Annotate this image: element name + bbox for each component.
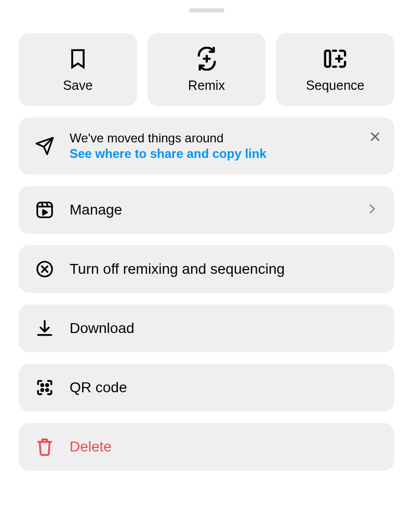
svg-point-14	[46, 384, 48, 386]
download-icon	[34, 318, 55, 339]
download-row[interactable]: Download	[19, 304, 394, 352]
svg-point-13	[41, 384, 43, 386]
remix-icon	[195, 47, 219, 71]
send-icon	[34, 136, 55, 156]
action-sheet: Save Remix	[0, 0, 413, 501]
trash-icon	[34, 436, 55, 457]
info-banner-link[interactable]: See where to share and copy link	[70, 147, 267, 161]
info-banner-title: We've moved things around	[70, 131, 267, 145]
sheet-grabber-wrap	[19, 0, 394, 33]
reel-manage-icon	[34, 200, 55, 220]
remix-button[interactable]: Remix	[148, 33, 266, 106]
sequence-button[interactable]: Sequence	[276, 33, 394, 106]
info-banner-text: We've moved things around See where to s…	[70, 131, 267, 161]
svg-point-15	[41, 389, 43, 391]
qr-code-icon	[34, 377, 55, 398]
sequence-icon	[323, 47, 347, 71]
close-icon[interactable]	[367, 129, 383, 144]
save-button[interactable]: Save	[19, 33, 137, 106]
turn-off-remixing-row[interactable]: Turn off remixing and sequencing	[19, 245, 394, 293]
manage-row[interactable]: Manage	[19, 186, 394, 234]
svg-rect-2	[325, 50, 330, 66]
info-banner[interactable]: We've moved things around See where to s…	[19, 117, 394, 175]
manage-label: Manage	[70, 201, 122, 219]
download-label: Download	[70, 320, 135, 337]
top-actions-row: Save Remix	[19, 33, 394, 106]
delete-label: Delete	[70, 438, 112, 456]
qr-code-label: QR code	[70, 379, 127, 396]
sequence-label: Sequence	[306, 78, 365, 93]
svg-rect-7	[37, 203, 52, 218]
bookmark-icon	[66, 47, 90, 71]
turn-off-remixing-label: Turn off remixing and sequencing	[70, 260, 285, 278]
qr-code-row[interactable]: QR code	[19, 364, 394, 411]
chevron-right-icon	[365, 202, 379, 218]
circle-x-icon	[34, 259, 55, 280]
svg-point-16	[46, 389, 48, 391]
delete-row[interactable]: Delete	[19, 423, 394, 471]
sheet-grabber[interactable]	[189, 8, 224, 12]
save-label: Save	[63, 78, 92, 93]
remix-label: Remix	[188, 78, 225, 93]
